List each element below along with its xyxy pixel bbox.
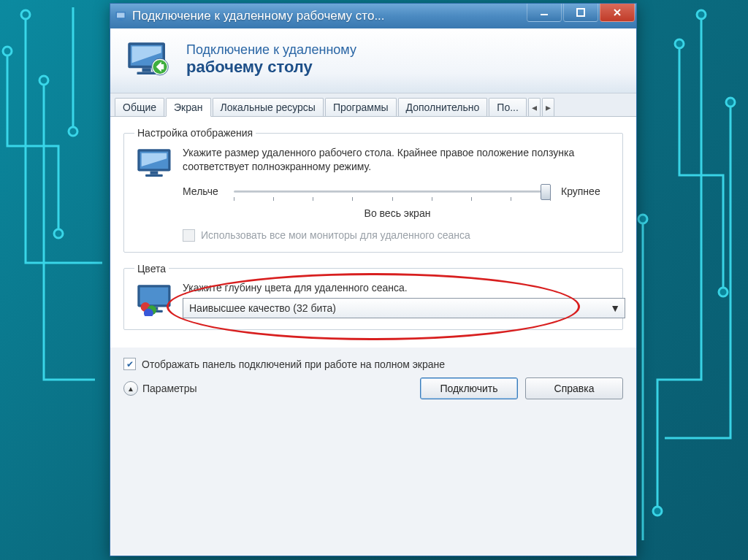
svg-point-4 [69, 127, 77, 136]
slider-max-label: Крупнее [561, 185, 612, 197]
svg-point-8 [653, 507, 662, 515]
window-title: Подключение к удаленному рабочему сто... [132, 9, 527, 23]
svg-rect-28 [140, 287, 169, 304]
svg-rect-20 [137, 72, 156, 75]
all-monitors-checkbox [183, 229, 195, 242]
header-line2: рабочему столу [186, 58, 356, 77]
slider-thumb[interactable] [541, 184, 551, 200]
chevron-down-icon: ▼ [610, 302, 620, 314]
tab-scroll-right[interactable]: ▸ [542, 98, 554, 116]
all-monitors-label: Использовать все мои мониторы для удален… [201, 229, 470, 241]
monitor-icon [134, 146, 175, 180]
tab-general[interactable]: Общие [115, 98, 164, 116]
connection-bar-label: Отображать панель подключений при работе… [142, 358, 445, 370]
titlebar[interactable]: Подключение к удаленному рабочему сто... [110, 4, 636, 28]
tab-scroll-left[interactable]: ◂ [528, 98, 541, 116]
svg-point-10 [638, 215, 647, 223]
color-monitor-icon [134, 282, 175, 316]
svg-rect-26 [145, 174, 163, 177]
svg-point-0 [3, 47, 12, 55]
footer-check-row: ✔ Отображать панель подключений при рабо… [110, 358, 636, 370]
display-legend: Настройка отображения [134, 127, 256, 139]
tab-local-resources[interactable]: Локальные ресурсы [213, 98, 324, 116]
display-settings-group: Настройка отображения Укажите размер уда… [123, 127, 623, 253]
svg-point-1 [54, 229, 63, 238]
svg-point-6 [719, 288, 728, 296]
display-description: Укажите размер удаленного рабочего стола… [183, 146, 612, 174]
svg-rect-13 [120, 19, 122, 20]
svg-point-3 [39, 76, 48, 85]
resolution-slider[interactable] [234, 184, 551, 199]
all-monitors-row: Использовать все мои мониторы для удален… [183, 229, 612, 242]
connection-bar-checkbox[interactable]: ✔ [123, 358, 136, 370]
colors-legend: Цвета [134, 263, 169, 275]
tab-advanced[interactable]: Дополнительно [398, 98, 488, 116]
svg-point-7 [697, 10, 706, 19]
tab-screen[interactable]: Экран [166, 98, 211, 117]
slider-min-label: Мельче [183, 185, 234, 197]
svg-rect-15 [541, 14, 548, 15]
color-depth-value: Наивысшее качество (32 бита) [189, 302, 336, 314]
svg-rect-16 [577, 9, 584, 16]
color-depth-combo[interactable]: Наивысшее качество (32 бита) ▼ [183, 298, 625, 318]
svg-point-9 [726, 98, 735, 107]
help-button[interactable]: Справка [525, 377, 623, 399]
minimize-button[interactable] [527, 4, 562, 22]
svg-point-2 [21, 10, 30, 19]
svg-rect-25 [150, 171, 159, 174]
slider-caption: Во весь экран [183, 207, 612, 219]
svg-rect-12 [117, 13, 125, 18]
options-toggle[interactable]: ▲ Параметры [123, 381, 197, 396]
header-panel: Подключение к удаленному рабочему столу [110, 28, 636, 93]
header-text: Подключение к удаленному рабочему столу [186, 42, 356, 77]
close-button[interactable] [600, 4, 635, 22]
tab-overflow[interactable]: По... [489, 98, 527, 116]
resolution-slider-row: Мельче Крупнее [183, 184, 612, 199]
rdp-monitor-icon [123, 39, 176, 80]
svg-rect-14 [118, 20, 124, 20]
header-line1: Подключение к удаленному [186, 42, 356, 58]
svg-rect-19 [142, 68, 151, 72]
desktop-background: Подключение к удаленному рабочему сто... [0, 0, 748, 560]
button-bar: ▲ Параметры Подключить Справка [110, 370, 636, 410]
tabstrip: Общие Экран Локальные ресурсы Программы … [110, 93, 636, 117]
options-label: Параметры [142, 383, 197, 394]
window-controls [527, 4, 636, 28]
app-icon [115, 9, 128, 23]
svg-point-5 [675, 39, 684, 48]
tab-programs[interactable]: Программы [325, 98, 397, 116]
rdp-window: Подключение к удаленному рабочему сто... [110, 3, 637, 556]
connect-button[interactable]: Подключить [420, 377, 518, 399]
maximize-button[interactable] [563, 4, 598, 22]
colors-group: Цвета Укажите г [123, 263, 623, 330]
colors-description: Укажите глубину цвета для удаленного сеа… [183, 282, 612, 294]
collapse-icon: ▲ [123, 381, 138, 396]
tab-content: Настройка отображения Укажите размер уда… [110, 117, 636, 348]
